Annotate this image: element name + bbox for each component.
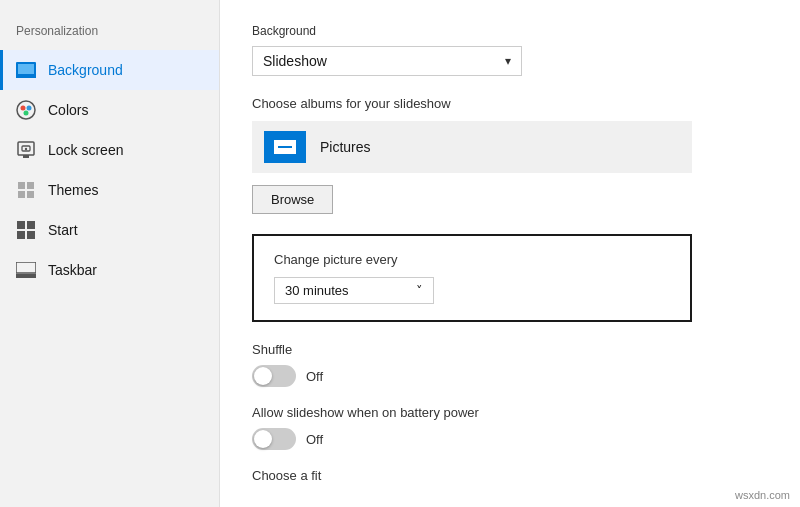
sidebar-item-start[interactable]: Start <box>0 210 219 250</box>
battery-toggle-row: Off <box>252 428 768 450</box>
svg-point-4 <box>21 106 26 111</box>
svg-rect-19 <box>16 262 36 273</box>
shuffle-label: Shuffle <box>252 342 768 357</box>
svg-rect-12 <box>27 182 34 189</box>
album-icon <box>264 131 306 163</box>
svg-rect-13 <box>18 191 25 198</box>
sidebar-item-colors[interactable]: Colors <box>0 90 219 130</box>
battery-toggle-label: Off <box>306 432 323 447</box>
browse-button[interactable]: Browse <box>252 185 333 214</box>
change-picture-label: Change picture every <box>274 252 670 267</box>
themes-icon <box>16 180 36 200</box>
choose-fit-label: Choose a fit <box>252 468 768 483</box>
album-icon-inner <box>274 140 296 154</box>
sidebar-item-colors-label: Colors <box>48 102 88 118</box>
sidebar-item-themes[interactable]: Themes <box>0 170 219 210</box>
svg-rect-20 <box>16 274 36 278</box>
sidebar-item-lock-screen-label: Lock screen <box>48 142 123 158</box>
sidebar-item-taskbar-label: Taskbar <box>48 262 97 278</box>
shuffle-toggle-label: Off <box>306 369 323 384</box>
svg-rect-1 <box>18 64 34 74</box>
album-item: Pictures <box>252 121 692 173</box>
sidebar-item-start-label: Start <box>48 222 78 238</box>
svg-rect-17 <box>17 231 25 239</box>
background-dropdown[interactable]: Slideshow ▾ <box>252 46 522 76</box>
lock-screen-icon <box>16 140 36 160</box>
shuffle-setting: Shuffle Off <box>252 342 768 387</box>
main-content: Background Slideshow ▾ Choose albums for… <box>220 0 800 507</box>
svg-point-5 <box>27 106 32 111</box>
svg-point-3 <box>17 101 35 119</box>
sidebar: Personalization Background Col <box>0 0 220 507</box>
dropdown-arrow-icon: ▾ <box>505 54 511 68</box>
shuffle-toggle[interactable] <box>252 365 296 387</box>
battery-label: Allow slideshow when on battery power <box>252 405 768 420</box>
sidebar-item-lock-screen[interactable]: Lock screen <box>0 130 219 170</box>
sidebar-item-taskbar[interactable]: Taskbar <box>0 250 219 290</box>
interval-value: 30 minutes <box>285 283 349 298</box>
sidebar-item-background-label: Background <box>48 62 123 78</box>
sidebar-item-background[interactable]: Background <box>0 50 219 90</box>
shuffle-toggle-knob <box>254 367 272 385</box>
svg-rect-15 <box>17 221 25 229</box>
change-picture-box: Change picture every 30 minutes ˅ <box>252 234 692 322</box>
svg-point-10 <box>25 148 27 150</box>
svg-rect-14 <box>27 191 34 198</box>
start-icon <box>16 220 36 240</box>
svg-rect-8 <box>23 155 29 158</box>
sidebar-title: Personalization <box>0 16 219 50</box>
svg-rect-11 <box>18 182 25 189</box>
svg-point-6 <box>24 111 29 116</box>
interval-arrow-icon: ˅ <box>416 283 423 298</box>
background-dropdown-value: Slideshow <box>263 53 327 69</box>
background-icon <box>16 60 36 80</box>
battery-toggle[interactable] <box>252 428 296 450</box>
battery-setting: Allow slideshow when on battery power Of… <box>252 405 768 450</box>
albums-label: Choose albums for your slideshow <box>252 96 768 111</box>
svg-rect-18 <box>27 231 35 239</box>
background-section-label: Background <box>252 24 768 38</box>
interval-dropdown[interactable]: 30 minutes ˅ <box>274 277 434 304</box>
colors-icon <box>16 100 36 120</box>
watermark: wsxdn.com <box>735 489 790 501</box>
shuffle-toggle-row: Off <box>252 365 768 387</box>
svg-rect-16 <box>27 221 35 229</box>
album-icon-line <box>278 146 292 148</box>
sidebar-item-themes-label: Themes <box>48 182 99 198</box>
svg-rect-2 <box>16 75 36 78</box>
battery-toggle-knob <box>254 430 272 448</box>
taskbar-icon <box>16 260 36 280</box>
album-name: Pictures <box>320 139 371 155</box>
